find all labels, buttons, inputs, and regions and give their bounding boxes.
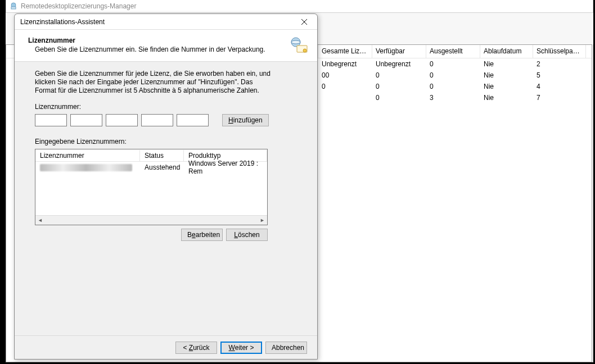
grid-col-issued[interactable]: Ausgestellt: [426, 45, 480, 58]
license-part-5[interactable]: [177, 114, 209, 126]
license-number-inputs: Hinzufügen: [35, 114, 299, 126]
license-icon: [289, 37, 308, 56]
scroll-left-arrow-icon[interactable]: ◄: [35, 216, 45, 225]
grid-col-total[interactable]: Gesamte Lizen...: [318, 45, 372, 58]
entered-licenses-list[interactable]: Lizenznummer Status Produkttyp Ausstehen…: [35, 149, 268, 225]
grid-col-available[interactable]: Verfügbar: [372, 45, 426, 58]
close-icon: [301, 19, 307, 25]
svg-rect-1: [11, 7, 16, 9]
dialog-heading: Lizenznummer: [24, 37, 289, 44]
license-part-3[interactable]: [106, 114, 138, 126]
back-button[interactable]: < Zurück: [175, 342, 217, 354]
dialog-subheading: Geben Sie die Lizenznummer ein. Sie find…: [24, 46, 289, 53]
next-button[interactable]: Weiter >: [220, 342, 262, 354]
license-part-2[interactable]: [70, 114, 102, 126]
license-part-4[interactable]: [141, 114, 173, 126]
license-number-label: Lizenznummer:: [35, 103, 299, 111]
dialog-body: Geben Sie die Lizenznummer für jede Lize…: [15, 62, 317, 241]
dialog-title: Lizenzinstallations-Assistent: [20, 18, 105, 26]
add-button[interactable]: Hinzufügen: [222, 114, 269, 126]
instruction-text: Geben Sie die Lizenznummer für jede Lize…: [35, 70, 271, 95]
delete-button[interactable]: Löschen: [226, 229, 268, 241]
list-item[interactable]: Ausstehend Windows Server 2019 : Rem: [35, 162, 267, 173]
scroll-right-arrow-icon[interactable]: ►: [258, 216, 267, 225]
redacted-license-key: [40, 164, 132, 171]
list-col-number[interactable]: Lizenznummer: [35, 150, 140, 161]
dialog-header: Lizenznummer Geben Sie die Lizenznummer …: [15, 30, 317, 62]
list-col-status[interactable]: Status: [140, 150, 184, 161]
svg-point-7: [303, 49, 306, 52]
scroll-track[interactable]: [45, 216, 258, 225]
close-button[interactable]: [291, 14, 317, 30]
edit-button[interactable]: Bearbeiten: [181, 229, 223, 241]
svg-point-5: [291, 40, 300, 44]
bg-window-title: Remotedesktoplizenzierungs-Manager: [21, 0, 136, 12]
dialog-footer: < Zurück Weiter > Abbrechen: [15, 335, 317, 359]
entered-licenses-label: Eingegebene Lizenznummern:: [35, 138, 299, 145]
license-install-wizard-dialog: Lizenzinstallations-Assistent Lizenznumm…: [14, 13, 318, 360]
license-part-1[interactable]: [35, 114, 67, 126]
dialog-titlebar[interactable]: Lizenzinstallations-Assistent: [15, 14, 317, 30]
cancel-button[interactable]: Abbrechen: [265, 342, 307, 354]
horizontal-scrollbar[interactable]: ◄ ►: [35, 215, 267, 225]
grid-col-pkg[interactable]: Schlüsselpaket...: [533, 45, 586, 58]
grid-col-expiry[interactable]: Ablaufdatum: [480, 45, 533, 58]
bg-window-titlebar: Remotedesktoplizenzierungs-Manager: [6, 0, 593, 12]
app-icon: [10, 2, 17, 10]
